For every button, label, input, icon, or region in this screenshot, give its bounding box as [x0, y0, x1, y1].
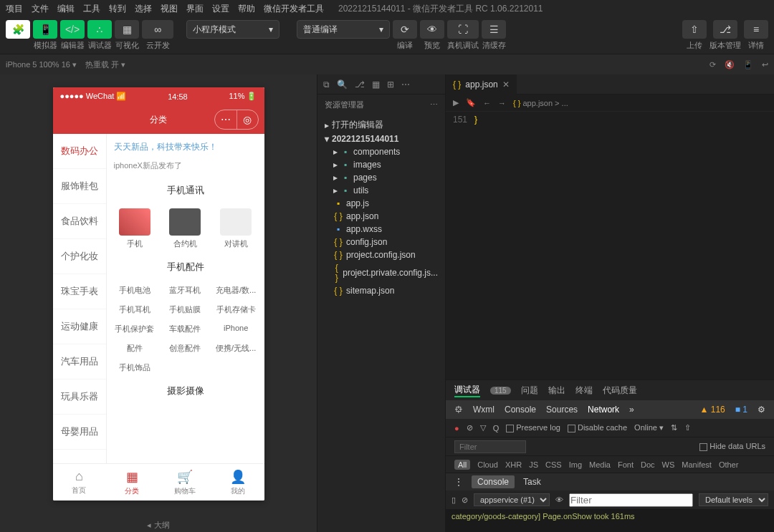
network-filter-input[interactable] — [454, 440, 526, 453]
menu-edit[interactable]: 编辑 — [57, 3, 75, 15]
tab-sources[interactable]: Sources — [546, 405, 578, 415]
filter-ws[interactable]: WS — [662, 460, 675, 469]
console-output[interactable]: category/goods-category] Page.onShow too… — [446, 509, 774, 532]
debugger-button[interactable]: ⛬ — [87, 20, 112, 39]
console-filter-input[interactable] — [569, 493, 693, 507]
filter-media[interactable]: Media — [589, 460, 611, 469]
file-projectprivate[interactable]: { } project.private.config.js... — [317, 261, 445, 284]
clear-icon[interactable]: ⊘ — [467, 423, 473, 432]
context-select[interactable]: appservice (#1) — [474, 493, 550, 506]
explorer-tab-files-icon[interactable]: ⧉ — [323, 79, 330, 90]
product-item[interactable]: 车载配件 — [160, 319, 211, 339]
gear-icon[interactable]: ⚙ — [758, 405, 765, 415]
product-item[interactable]: iPhone — [211, 319, 262, 339]
product-item[interactable]: 手机电池 — [110, 281, 161, 300]
search-icon[interactable]: 🔍 — [337, 79, 348, 90]
sidebar-item[interactable]: 服饰鞋包 — [53, 169, 106, 204]
visual-button[interactable]: ▦ — [115, 20, 139, 39]
sidebar-item[interactable]: 数码办公 — [53, 134, 106, 169]
drawer-tab-task[interactable]: Task — [523, 477, 541, 487]
tab-category[interactable]: ▦分类 — [105, 464, 158, 500]
file-projectconfig[interactable]: { } project.config.json — [317, 248, 445, 261]
filter-all[interactable]: All — [454, 460, 470, 470]
menu-view[interactable]: 视图 — [161, 3, 178, 15]
category-content[interactable]: 天天新品，科技带来快乐！ iphoneX新品发布了 手机通讯 手机 合约机 对讲… — [107, 134, 264, 463]
sidebar-item[interactable]: 母婴用品 — [53, 415, 106, 450]
product-item[interactable]: 手机 — [110, 204, 161, 253]
version-control-button[interactable]: ⎇ — [713, 20, 737, 39]
throttle-icon[interactable]: ⇅ — [671, 423, 677, 432]
device-icon[interactable]: 📱 — [743, 60, 753, 69]
filter-cloud[interactable]: Cloud — [477, 460, 498, 469]
editor-tab[interactable]: { } app.json ✕ — [446, 74, 517, 95]
product-item[interactable]: 手机保护套 — [110, 319, 161, 339]
nav-back-icon[interactable]: ← — [483, 99, 491, 107]
hide-urls-checkbox[interactable] — [699, 443, 707, 451]
product-item[interactable]: 配件 — [110, 339, 161, 358]
devtools-tab-problems[interactable]: 问题 — [521, 385, 538, 397]
info-count[interactable]: ■ 1 — [735, 405, 747, 415]
menu-select[interactable]: 选择 — [135, 3, 152, 15]
open-editors-section[interactable]: ▸ 打开的编辑器 — [317, 117, 445, 132]
product-item[interactable]: 蓝牙耳机 — [160, 281, 211, 300]
sidebar-item[interactable]: 汽车用品 — [53, 344, 106, 379]
disable-cache-checkbox[interactable] — [568, 425, 575, 432]
online-select[interactable]: Online ▾ — [634, 423, 664, 432]
tab-console[interactable]: Console — [505, 405, 536, 415]
filter-css[interactable]: CSS — [545, 460, 562, 469]
upload-button[interactable]: ⇧ — [682, 20, 707, 39]
nav-fwd-icon[interactable]: → — [498, 99, 506, 107]
folder-components[interactable]: ▸ ▪ components — [317, 145, 445, 158]
drawer-tab-console[interactable]: Console — [472, 475, 515, 488]
bookmark-icon[interactable]: 🔖 — [466, 98, 476, 107]
menu-file[interactable]: 文件 — [32, 3, 49, 15]
filter-js[interactable]: JS — [529, 460, 538, 469]
details-button[interactable]: ≡ — [744, 20, 768, 39]
tab-wxml[interactable]: Wxml — [473, 405, 494, 415]
filter-other[interactable]: Other — [719, 460, 739, 469]
filter-doc[interactable]: Doc — [641, 460, 655, 469]
tab-more-icon[interactable]: » — [629, 405, 634, 415]
sidebar-item[interactable]: 食品饮料 — [53, 204, 106, 239]
product-item[interactable]: 创意配件 — [160, 339, 211, 358]
menu-tools[interactable]: 工具 — [83, 3, 100, 15]
console-menu-icon[interactable]: ▯ — [452, 495, 456, 505]
git-icon[interactable]: ⎇ — [355, 79, 365, 90]
product-item[interactable]: 合约机 — [160, 204, 211, 253]
tab-cart[interactable]: 🛒购物车 — [158, 464, 211, 500]
filter-manifest[interactable]: Manifest — [682, 460, 712, 469]
filter-img[interactable]: Img — [569, 460, 582, 469]
folder-images[interactable]: ▸ ▪ images — [317, 158, 445, 171]
device-info[interactable]: iPhone 5 100% 16 ▾ — [6, 60, 77, 69]
levels-select[interactable]: Default levels — [699, 493, 768, 506]
upload-icon[interactable]: ⇧ — [684, 423, 691, 432]
product-item[interactable]: 便携/无线... — [211, 339, 262, 358]
simulator-button[interactable]: 📱 — [33, 20, 57, 39]
preview-button[interactable]: 👁 — [420, 20, 444, 39]
sidebar-item[interactable]: 运动健康 — [53, 309, 106, 344]
product-item[interactable]: 对讲机 — [211, 204, 262, 253]
more-icon[interactable]: ⋯ — [401, 79, 410, 90]
compile-button[interactable]: ⟳ — [393, 20, 417, 39]
hot-reload-toggle[interactable]: 热重载 开 ▾ — [85, 59, 125, 70]
mute-icon[interactable]: 🔇 — [725, 60, 735, 69]
filter-xhr[interactable]: XHR — [505, 460, 522, 469]
capsule-menu-icon[interactable]: ⋯ — [215, 110, 236, 129]
menu-help[interactable]: 帮助 — [238, 3, 255, 15]
menu-goto[interactable]: 转到 — [109, 3, 126, 15]
record-icon[interactable]: ● — [454, 424, 459, 432]
explorer-more-icon[interactable]: ⋯ — [430, 100, 438, 110]
menu-project[interactable]: 项目 — [6, 3, 23, 15]
search-icon[interactable]: Q — [493, 424, 500, 432]
project-root[interactable]: ▾ 20221215144011 — [317, 132, 445, 145]
product-item[interactable]: 手机饰品 — [110, 358, 161, 377]
tab-network[interactable]: Network — [588, 405, 619, 415]
file-config[interactable]: { } config.json — [317, 236, 445, 248]
filter-icon[interactable]: ▽ — [480, 423, 486, 432]
inspect-icon[interactable]: ⯐ — [454, 405, 463, 415]
product-item[interactable]: 手机存储卡 — [211, 300, 262, 319]
compile-select[interactable]: 普通编译▾ — [297, 20, 390, 39]
tab-home[interactable]: ⌂首页 — [53, 464, 106, 500]
menu-settings[interactable]: 设置 — [212, 3, 229, 15]
breadcrumb[interactable]: { } app.json > ... — [513, 99, 568, 107]
